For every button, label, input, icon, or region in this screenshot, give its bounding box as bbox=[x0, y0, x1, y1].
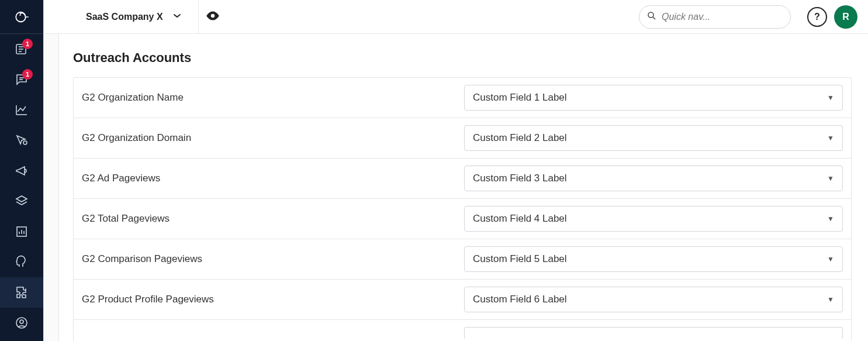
custom-field-select[interactable]: Custom Field 2 Label ▼ bbox=[464, 125, 843, 151]
eye-icon bbox=[205, 8, 220, 26]
g2-field-label: G2 Product Profile Pageviews bbox=[82, 294, 455, 305]
sidebar-item-campaigns[interactable] bbox=[0, 156, 43, 186]
search-icon bbox=[646, 11, 657, 23]
select-value: Custom Field 1 Label bbox=[473, 92, 567, 104]
content: Outreach Accounts G2 Organization Name C… bbox=[59, 34, 868, 341]
head-icon bbox=[15, 255, 29, 269]
svg-line-18 bbox=[653, 17, 655, 19]
sidebar-item-intelligence[interactable] bbox=[0, 247, 43, 277]
sidebar-item-account[interactable] bbox=[0, 308, 43, 338]
svg-text:2: 2 bbox=[19, 12, 22, 16]
custom-field-select[interactable] bbox=[464, 327, 843, 339]
mapping-table: G2 Organization Name Custom Field 1 Labe… bbox=[73, 77, 852, 341]
news-badge: 1 bbox=[22, 39, 33, 49]
svg-point-17 bbox=[648, 12, 653, 18]
mapping-row: G2 Organization Name Custom Field 1 Labe… bbox=[74, 78, 851, 118]
g2-logo[interactable]: 2 bbox=[0, 0, 43, 34]
left-sidebar: 2 1 1 bbox=[0, 0, 43, 341]
cursor-pin-icon bbox=[15, 133, 29, 147]
user-circle-icon bbox=[15, 316, 29, 330]
caret-down-icon: ▼ bbox=[827, 174, 834, 182]
sidebar-item-analytics[interactable] bbox=[0, 95, 43, 125]
select-value: Custom Field 5 Label bbox=[473, 253, 567, 265]
mapping-row: G2 Comparison Pageviews Custom Field 5 L… bbox=[74, 239, 851, 280]
svg-point-8 bbox=[23, 141, 27, 144]
content-wrap: Outreach Accounts G2 Organization Name C… bbox=[44, 34, 868, 341]
mapping-row bbox=[74, 320, 851, 341]
visibility-button[interactable] bbox=[199, 0, 227, 34]
g2-logo-icon: 2 bbox=[15, 10, 29, 24]
sidebar-item-tracking[interactable] bbox=[0, 125, 43, 156]
g2-field-label: G2 Ad Pageviews bbox=[82, 173, 455, 184]
g2-field-label: G2 Organization Domain bbox=[82, 132, 455, 144]
search-input[interactable] bbox=[662, 12, 783, 22]
user-avatar[interactable]: R bbox=[834, 5, 857, 29]
mapping-row: G2 Ad Pageviews Custom Field 3 Label ▼ bbox=[74, 159, 851, 199]
content-gutter bbox=[44, 34, 59, 341]
caret-down-icon: ▼ bbox=[827, 255, 834, 263]
layers-icon bbox=[15, 194, 29, 208]
g2-field-label: G2 Comparison Pageviews bbox=[82, 253, 455, 265]
topbar: SaaS Company X ? R bbox=[44, 0, 868, 34]
svg-point-15 bbox=[20, 320, 23, 323]
messages-badge: 1 bbox=[22, 69, 33, 80]
chevron-down-icon bbox=[172, 11, 182, 23]
company-name: SaaS Company X bbox=[86, 12, 163, 22]
sidebar-item-integrations[interactable] bbox=[0, 277, 43, 308]
mapping-row: G2 Total Pageviews Custom Field 4 Label … bbox=[74, 199, 851, 239]
line-chart-icon bbox=[15, 103, 29, 117]
puzzle-icon bbox=[15, 285, 29, 299]
svg-point-16 bbox=[210, 13, 215, 18]
custom-field-select[interactable]: Custom Field 5 Label ▼ bbox=[464, 246, 843, 272]
main-area: SaaS Company X ? R Outreach Accou bbox=[43, 0, 868, 341]
svg-marker-9 bbox=[16, 196, 27, 202]
page-title: Outreach Accounts bbox=[73, 50, 852, 66]
select-value: Custom Field 6 Label bbox=[473, 294, 567, 305]
g2-field-label: G2 Organization Name bbox=[82, 92, 455, 104]
select-value: Custom Field 4 Label bbox=[473, 213, 567, 225]
g2-field-label: G2 Total Pageviews bbox=[82, 213, 455, 225]
avatar-initial: R bbox=[842, 12, 849, 22]
sidebar-item-reports[interactable] bbox=[0, 216, 43, 247]
bar-frame-icon bbox=[15, 225, 29, 239]
sidebar-item-news[interactable]: 1 bbox=[0, 34, 43, 64]
custom-field-select[interactable]: Custom Field 1 Label ▼ bbox=[464, 85, 843, 111]
caret-down-icon: ▼ bbox=[827, 215, 834, 223]
help-button[interactable]: ? bbox=[807, 7, 827, 27]
sidebar-item-messages[interactable]: 1 bbox=[0, 64, 43, 95]
mapping-row: G2 Organization Domain Custom Field 2 La… bbox=[74, 118, 851, 159]
mapping-row: G2 Product Profile Pageviews Custom Fiel… bbox=[74, 280, 851, 320]
help-label: ? bbox=[814, 12, 820, 22]
select-value: Custom Field 3 Label bbox=[473, 173, 567, 184]
caret-down-icon: ▼ bbox=[827, 295, 834, 304]
megaphone-icon bbox=[15, 164, 29, 178]
custom-field-select[interactable]: Custom Field 4 Label ▼ bbox=[464, 206, 843, 232]
caret-down-icon: ▼ bbox=[827, 94, 834, 102]
caret-down-icon: ▼ bbox=[827, 134, 834, 142]
quick-nav-search[interactable] bbox=[639, 5, 791, 29]
select-value: Custom Field 2 Label bbox=[473, 132, 567, 144]
sidebar-item-layers[interactable] bbox=[0, 186, 43, 216]
custom-field-select[interactable]: Custom Field 6 Label ▼ bbox=[464, 287, 843, 312]
company-switcher[interactable]: SaaS Company X bbox=[44, 0, 199, 34]
custom-field-select[interactable]: Custom Field 3 Label ▼ bbox=[464, 166, 843, 191]
